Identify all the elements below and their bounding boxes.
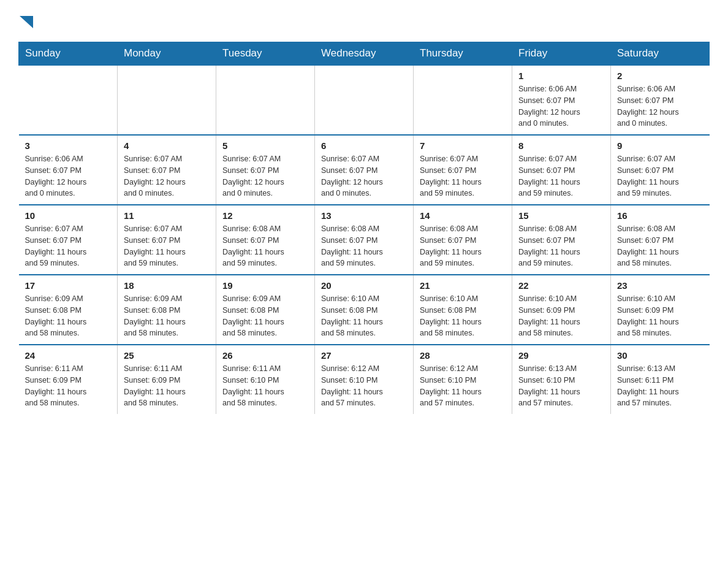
day-info: Sunrise: 6:08 AMSunset: 6:07 PMDaylight:… [222, 223, 308, 269]
day-number: 27 [321, 350, 407, 361]
calendar-cell [216, 65, 315, 135]
day-number: 9 [617, 140, 703, 151]
calendar-cell: 24Sunrise: 6:11 AMSunset: 6:09 PMDayligh… [19, 345, 118, 414]
logo-arrow-icon [20, 16, 33, 28]
day-info: Sunrise: 6:09 AMSunset: 6:08 PMDaylight:… [25, 293, 112, 339]
day-info: Sunrise: 6:07 AMSunset: 6:07 PMDaylight:… [124, 153, 210, 199]
day-info: Sunrise: 6:08 AMSunset: 6:07 PMDaylight:… [617, 223, 703, 269]
calendar-cell [118, 65, 216, 135]
day-number: 15 [518, 210, 604, 221]
calendar-cell: 1Sunrise: 6:06 AMSunset: 6:07 PMDaylight… [512, 65, 611, 135]
calendar-cell: 7Sunrise: 6:07 AMSunset: 6:07 PMDaylight… [414, 135, 512, 205]
day-info: Sunrise: 6:12 AMSunset: 6:10 PMDaylight:… [420, 363, 506, 409]
calendar-cell: 26Sunrise: 6:11 AMSunset: 6:10 PMDayligh… [216, 345, 315, 414]
day-of-week-header: Friday [512, 42, 611, 66]
day-info: Sunrise: 6:11 AMSunset: 6:09 PMDaylight:… [124, 363, 210, 409]
calendar-cell: 29Sunrise: 6:13 AMSunset: 6:10 PMDayligh… [512, 345, 611, 414]
calendar-cell: 23Sunrise: 6:10 AMSunset: 6:09 PMDayligh… [611, 275, 710, 345]
svg-marker-0 [20, 16, 33, 28]
calendar-week-row: 3Sunrise: 6:06 AMSunset: 6:07 PMDaylight… [19, 135, 710, 205]
day-of-week-header: Tuesday [216, 42, 315, 66]
calendar-week-row: 17Sunrise: 6:09 AMSunset: 6:08 PMDayligh… [19, 275, 710, 345]
day-number: 25 [124, 350, 210, 361]
day-number: 22 [518, 280, 604, 291]
day-number: 2 [617, 71, 703, 81]
calendar-cell: 21Sunrise: 6:10 AMSunset: 6:08 PMDayligh… [414, 275, 512, 345]
day-info: Sunrise: 6:07 AMSunset: 6:07 PMDaylight:… [222, 153, 308, 199]
day-info: Sunrise: 6:10 AMSunset: 6:09 PMDaylight:… [518, 293, 604, 339]
day-number: 29 [518, 350, 604, 361]
calendar-cell: 16Sunrise: 6:08 AMSunset: 6:07 PMDayligh… [611, 205, 710, 275]
calendar-table: SundayMondayTuesdayWednesdayThursdayFrid… [18, 42, 710, 414]
day-number: 1 [518, 71, 604, 81]
day-info: Sunrise: 6:10 AMSunset: 6:08 PMDaylight:… [321, 293, 407, 339]
day-info: Sunrise: 6:13 AMSunset: 6:10 PMDaylight:… [518, 363, 604, 409]
day-info: Sunrise: 6:07 AMSunset: 6:07 PMDaylight:… [321, 153, 407, 199]
day-info: Sunrise: 6:09 AMSunset: 6:08 PMDaylight:… [124, 293, 210, 339]
day-number: 8 [518, 140, 604, 151]
page-header [18, 12, 710, 31]
day-number: 4 [124, 140, 210, 151]
calendar-cell: 6Sunrise: 6:07 AMSunset: 6:07 PMDaylight… [315, 135, 414, 205]
day-info: Sunrise: 6:10 AMSunset: 6:09 PMDaylight:… [617, 293, 703, 339]
day-info: Sunrise: 6:13 AMSunset: 6:11 PMDaylight:… [617, 363, 703, 409]
day-number: 3 [25, 140, 112, 151]
day-of-week-header: Thursday [414, 42, 512, 66]
day-number: 6 [321, 140, 407, 151]
day-info: Sunrise: 6:08 AMSunset: 6:07 PMDaylight:… [321, 223, 407, 269]
calendar-cell: 4Sunrise: 6:07 AMSunset: 6:07 PMDaylight… [118, 135, 216, 205]
day-info: Sunrise: 6:11 AMSunset: 6:09 PMDaylight:… [25, 363, 112, 409]
day-info: Sunrise: 6:06 AMSunset: 6:07 PMDaylight:… [518, 83, 604, 129]
day-number: 28 [420, 350, 506, 361]
calendar-cell: 15Sunrise: 6:08 AMSunset: 6:07 PMDayligh… [512, 205, 611, 275]
day-info: Sunrise: 6:08 AMSunset: 6:07 PMDaylight:… [518, 223, 604, 269]
day-info: Sunrise: 6:07 AMSunset: 6:07 PMDaylight:… [617, 153, 703, 199]
day-info: Sunrise: 6:10 AMSunset: 6:08 PMDaylight:… [420, 293, 506, 339]
calendar-week-row: 10Sunrise: 6:07 AMSunset: 6:07 PMDayligh… [19, 205, 710, 275]
day-info: Sunrise: 6:07 AMSunset: 6:07 PMDaylight:… [25, 223, 112, 269]
day-number: 19 [222, 280, 308, 291]
calendar-cell: 19Sunrise: 6:09 AMSunset: 6:08 PMDayligh… [216, 275, 315, 345]
day-number: 23 [617, 280, 703, 291]
calendar-header-row: SundayMondayTuesdayWednesdayThursdayFrid… [19, 42, 710, 66]
day-of-week-header: Monday [118, 42, 216, 66]
day-of-week-header: Saturday [611, 42, 710, 66]
day-of-week-header: Sunday [19, 42, 118, 66]
calendar-cell: 12Sunrise: 6:08 AMSunset: 6:07 PMDayligh… [216, 205, 315, 275]
calendar-week-row: 24Sunrise: 6:11 AMSunset: 6:09 PMDayligh… [19, 345, 710, 414]
calendar-cell: 11Sunrise: 6:07 AMSunset: 6:07 PMDayligh… [118, 205, 216, 275]
calendar-cell: 27Sunrise: 6:12 AMSunset: 6:10 PMDayligh… [315, 345, 414, 414]
day-info: Sunrise: 6:06 AMSunset: 6:07 PMDaylight:… [25, 153, 112, 199]
calendar-cell: 14Sunrise: 6:08 AMSunset: 6:07 PMDayligh… [414, 205, 512, 275]
day-info: Sunrise: 6:11 AMSunset: 6:10 PMDaylight:… [222, 363, 308, 409]
calendar-cell: 8Sunrise: 6:07 AMSunset: 6:07 PMDaylight… [512, 135, 611, 205]
calendar-cell: 13Sunrise: 6:08 AMSunset: 6:07 PMDayligh… [315, 205, 414, 275]
day-number: 13 [321, 210, 407, 221]
day-info: Sunrise: 6:07 AMSunset: 6:07 PMDaylight:… [518, 153, 604, 199]
day-info: Sunrise: 6:06 AMSunset: 6:07 PMDaylight:… [617, 83, 703, 129]
day-number: 24 [25, 350, 112, 361]
calendar-cell: 28Sunrise: 6:12 AMSunset: 6:10 PMDayligh… [414, 345, 512, 414]
calendar-cell: 17Sunrise: 6:09 AMSunset: 6:08 PMDayligh… [19, 275, 118, 345]
day-number: 14 [420, 210, 506, 221]
calendar-cell: 5Sunrise: 6:07 AMSunset: 6:07 PMDaylight… [216, 135, 315, 205]
calendar-cell: 10Sunrise: 6:07 AMSunset: 6:07 PMDayligh… [19, 205, 118, 275]
day-number: 12 [222, 210, 308, 221]
day-number: 16 [617, 210, 703, 221]
day-info: Sunrise: 6:12 AMSunset: 6:10 PMDaylight:… [321, 363, 407, 409]
day-number: 18 [124, 280, 210, 291]
calendar-cell: 20Sunrise: 6:10 AMSunset: 6:08 PMDayligh… [315, 275, 414, 345]
calendar-cell: 25Sunrise: 6:11 AMSunset: 6:09 PMDayligh… [118, 345, 216, 414]
day-of-week-header: Wednesday [315, 42, 414, 66]
day-info: Sunrise: 6:08 AMSunset: 6:07 PMDaylight:… [420, 223, 506, 269]
calendar-cell: 18Sunrise: 6:09 AMSunset: 6:08 PMDayligh… [118, 275, 216, 345]
day-number: 30 [617, 350, 703, 361]
day-info: Sunrise: 6:07 AMSunset: 6:07 PMDaylight:… [124, 223, 210, 269]
day-number: 10 [25, 210, 112, 221]
day-info: Sunrise: 6:07 AMSunset: 6:07 PMDaylight:… [420, 153, 506, 199]
calendar-cell [315, 65, 414, 135]
calendar-cell: 30Sunrise: 6:13 AMSunset: 6:11 PMDayligh… [611, 345, 710, 414]
day-number: 21 [420, 280, 506, 291]
day-info: Sunrise: 6:09 AMSunset: 6:08 PMDaylight:… [222, 293, 308, 339]
calendar-week-row: 1Sunrise: 6:06 AMSunset: 6:07 PMDaylight… [19, 65, 710, 135]
